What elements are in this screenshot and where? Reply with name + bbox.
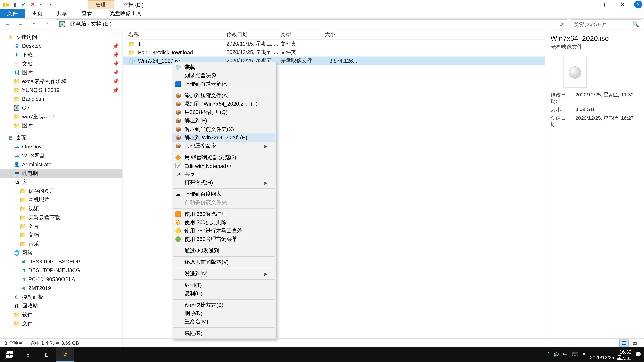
- recent-locations-button[interactable]: ▾: [29, 19, 39, 29]
- context-menu-item[interactable]: 重命名(M): [172, 318, 276, 326]
- search-input[interactable]: [574, 21, 638, 27]
- context-menu-item[interactable]: ↗共享: [172, 170, 276, 178]
- tree-item[interactable]: ›天翼云盘下载: [0, 213, 122, 222]
- tree-item[interactable]: ›回收站: [0, 301, 122, 310]
- dropdown-icon[interactable]: ▾: [47, 1, 54, 8]
- search-icon[interactable]: 🔍: [632, 21, 639, 27]
- help-button[interactable]: ?: [632, 0, 644, 9]
- search-task-button[interactable]: ⌕: [18, 348, 37, 362]
- cancel-red-icon[interactable]: ✕: [29, 1, 36, 8]
- taskbar-clock[interactable]: 16:32 2020/12/25, 星期五: [590, 349, 632, 361]
- view-icons-button[interactable]: ▦: [630, 339, 640, 347]
- breadcrumb-item[interactable]: 此电脑›: [70, 20, 89, 28]
- file-row[interactable]: BaiduNetdiskDownload2020/12/25, 星期五 1...…: [123, 48, 545, 56]
- navigation-tree[interactable]: ⌄快速访问›Desktop📌›下载📌›文档📌›图片📌›excel表格制作求和📌›…: [0, 30, 123, 347]
- tree-item[interactable]: ›文档📌: [0, 59, 122, 68]
- up-button[interactable]: ↑: [42, 19, 52, 29]
- maximize-button[interactable]: ▢: [593, 0, 613, 9]
- context-menu-item[interactable]: ☁上传到百度网盘: [172, 190, 276, 198]
- tree-item[interactable]: ›win7重装win7: [0, 112, 122, 121]
- minimize-button[interactable]: —: [573, 0, 593, 9]
- search-box[interactable]: 🔍: [570, 19, 641, 29]
- tree-item[interactable]: ⌄网络: [0, 248, 122, 257]
- contextual-tab-manage[interactable]: 管理: [88, 0, 114, 9]
- tree-item[interactable]: ›下载📌: [0, 50, 122, 59]
- tree-item[interactable]: ›控制面板: [0, 293, 122, 302]
- tree-item[interactable]: ›文件: [0, 319, 122, 328]
- close-button[interactable]: ✕: [612, 0, 632, 9]
- tree-item[interactable]: ›Bandicam: [0, 94, 122, 103]
- tree-item[interactable]: ›excel表格制作求和📌: [0, 77, 122, 86]
- context-menu-item[interactable]: 复制(C): [172, 290, 276, 298]
- column-headers[interactable]: 名称 修改日期 类型 大小: [123, 30, 545, 40]
- tree-item[interactable]: ›图片📌: [0, 68, 122, 77]
- ime-indicator[interactable]: 中: [563, 351, 568, 358]
- column-header-name[interactable]: 名称: [128, 31, 226, 38]
- tree-item[interactable]: ›视频: [0, 204, 122, 213]
- address-bar[interactable]: 💽› 此电脑› 文档 (E:)› ⌄ ⟳: [56, 19, 567, 29]
- tree-item[interactable]: ›DESKTOP-NJEU3CG: [0, 266, 122, 275]
- tree-item[interactable]: ›YUNQISHI2019📌: [0, 86, 122, 95]
- taskbar[interactable]: ⌕ ⧉ 🗂 ˄ 🔊 中 ⌨ ⚑ 16:32 2020/12/25, 星期五 💬3: [0, 348, 644, 362]
- ribbon-tab-home[interactable]: 主页: [25, 9, 50, 18]
- folder-icon[interactable]: ▮▶: [3, 1, 10, 8]
- column-header-type[interactable]: 类型: [280, 31, 325, 38]
- column-header-size[interactable]: 大小: [325, 31, 360, 38]
- context-menu-item[interactable]: 刻录光盘映像: [172, 71, 276, 80]
- context-menu-item[interactable]: 属性(R): [172, 329, 276, 338]
- tree-item[interactable]: ›OneDrive: [0, 142, 122, 151]
- context-menu-item[interactable]: 创建快捷方式(S): [172, 301, 276, 309]
- tree-item[interactable]: ›音乐: [0, 240, 122, 248]
- back-button[interactable]: ←: [3, 19, 12, 29]
- tree-item[interactable]: ›图片: [0, 222, 122, 231]
- context-menu-item[interactable]: 📦解压到 Win7x64_2020\ (E): [172, 133, 276, 142]
- tree-item[interactable]: ›保存的图片: [0, 187, 122, 195]
- context-menu-item[interactable]: 剪切(T): [172, 281, 276, 290]
- tree-item[interactable]: ›Administrator: [0, 160, 122, 169]
- context-menu-item[interactable]: 📦其他压缩命令▶: [172, 142, 276, 150]
- tree-item[interactable]: ›此电脑: [0, 169, 122, 178]
- tree-item[interactable]: ›Desktop📌: [0, 41, 122, 50]
- ribbon-tab-file[interactable]: 文件: [0, 9, 25, 18]
- context-menu-item[interactable]: 📝Edit with Notepad++: [172, 162, 276, 170]
- tree-item[interactable]: ›ZMT2019: [0, 284, 122, 293]
- context-menu-item[interactable]: 📦解压到当前文件夹(X): [172, 125, 276, 133]
- explorer-task-button[interactable]: 🗂: [56, 348, 74, 362]
- ribbon-tab-disc-tools[interactable]: 光盘映像工具: [103, 9, 148, 18]
- tree-item[interactable]: ›软件: [0, 310, 122, 319]
- check-icon[interactable]: ✔: [20, 1, 27, 8]
- tray-chevron-icon[interactable]: ˄: [547, 352, 550, 358]
- forward-button[interactable]: →: [16, 19, 26, 29]
- breadcrumb-root-icon[interactable]: 💽›: [59, 21, 68, 27]
- tree-item[interactable]: ›本机照片: [0, 195, 122, 204]
- tree-item[interactable]: ⌄桌面: [0, 133, 122, 142]
- context-menu-item[interactable]: 📦添加到压缩文件(A)...: [172, 91, 276, 100]
- context-menu-item[interactable]: 🟢使用 360管理右键菜单: [172, 235, 276, 244]
- column-header-date[interactable]: 修改日期: [226, 31, 280, 38]
- context-menu-item[interactable]: 📦用360压缩打开(Q): [172, 108, 276, 117]
- tree-item[interactable]: ›文档: [0, 231, 122, 240]
- breadcrumb-item[interactable]: 文档 (E:)›: [91, 20, 114, 28]
- security-tray-icon[interactable]: ⚑: [582, 352, 586, 358]
- context-menu-item[interactable]: 还原以前的版本(V): [172, 258, 276, 267]
- tree-item[interactable]: ⌄快速访问: [0, 33, 122, 41]
- context-menu-item[interactable]: 发送到(N)▶: [172, 270, 276, 278]
- task-view-button[interactable]: ⧉: [37, 348, 56, 362]
- context-menu-item[interactable]: 🟧使用 360解除占用: [172, 210, 276, 218]
- undo-icon[interactable]: ↶: [38, 1, 45, 8]
- context-menu-item[interactable]: 💿装载: [172, 63, 276, 71]
- context-menu-item[interactable]: 🟡使用 360进行木马云查杀: [172, 227, 276, 235]
- tree-item[interactable]: ⌄库: [0, 178, 122, 187]
- action-center-icon[interactable]: 💬3: [635, 352, 641, 358]
- tree-item[interactable]: ›图片: [0, 121, 122, 130]
- chevron-down-icon[interactable]: ⌄: [2, 136, 7, 140]
- context-menu-item[interactable]: 🔶用 蜂蜜浏览器 浏览(3): [172, 153, 276, 162]
- file-row[interactable]: 12020/12/15, 星期二 1...文件夹: [123, 40, 545, 48]
- context-menu-item[interactable]: 通过QQ发送到: [172, 247, 276, 255]
- chevron-down-icon[interactable]: ⌄: [8, 180, 13, 184]
- chevron-down-icon[interactable]: ⌄: [2, 35, 7, 39]
- ime-options-icon[interactable]: ⌨: [572, 352, 578, 358]
- ribbon-tab-view[interactable]: 查看: [74, 9, 99, 18]
- tree-item[interactable]: ›DESKTOP-LSSOEDP: [0, 257, 122, 266]
- context-menu-item[interactable]: 打开方式(H)▶: [172, 178, 276, 187]
